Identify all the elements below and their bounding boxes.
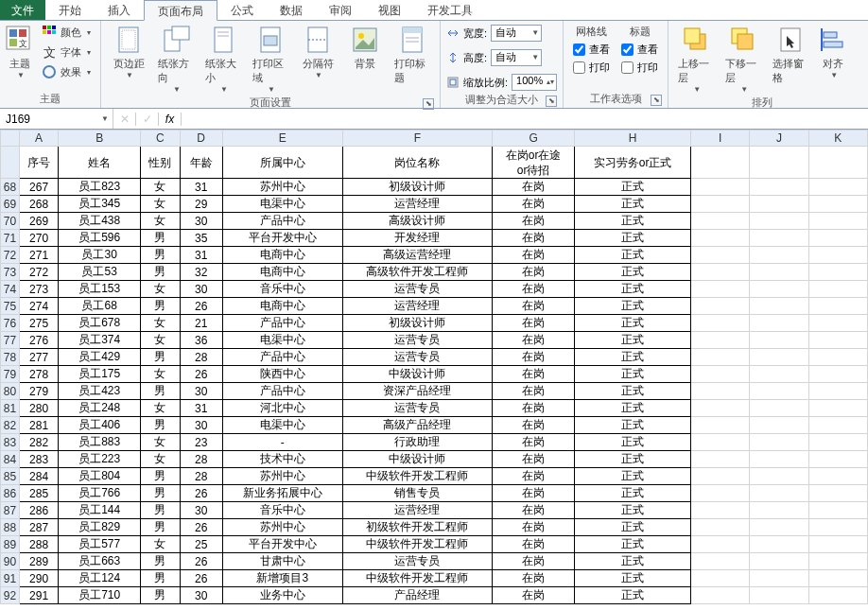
cell[interactable] [808, 434, 867, 451]
cell[interactable]: 电商中心 [222, 298, 342, 315]
row-head[interactable]: 91 [1, 570, 20, 587]
cell[interactable]: 中级软件开发工程师 [342, 536, 492, 553]
col-head-F[interactable]: F [342, 131, 492, 147]
cell[interactable] [750, 281, 808, 298]
cell[interactable]: 运营经理 [342, 196, 492, 213]
cell[interactable]: 正式 [575, 179, 691, 196]
row-head[interactable]: 87 [1, 502, 20, 519]
cell[interactable] [808, 179, 867, 196]
col-head-A[interactable]: A [19, 131, 58, 147]
row-head[interactable]: 86 [1, 485, 20, 502]
row-head[interactable]: 84 [1, 451, 20, 468]
cell[interactable] [808, 536, 867, 553]
cell[interactable] [691, 179, 750, 196]
cell[interactable]: 正式 [575, 519, 691, 536]
cell[interactable] [808, 570, 867, 587]
cell[interactable]: 26 [180, 366, 222, 383]
cell[interactable]: 男 [141, 468, 180, 485]
row-head[interactable]: 88 [1, 519, 20, 536]
cell[interactable] [691, 536, 750, 553]
cell[interactable]: 员工766 [59, 485, 141, 502]
cell[interactable]: 289 [19, 553, 58, 570]
cell[interactable]: 员工438 [59, 213, 141, 230]
cell[interactable] [808, 264, 867, 281]
cell[interactable]: 员工429 [59, 349, 141, 366]
cell[interactable] [808, 332, 867, 349]
breaks-button[interactable]: 分隔符▼ [296, 23, 339, 81]
row-head[interactable]: 71 [1, 230, 20, 247]
cell[interactable]: 28 [180, 349, 222, 366]
cell[interactable] [808, 366, 867, 383]
cell[interactable]: 员工596 [59, 230, 141, 247]
cell[interactable]: 男 [141, 298, 180, 315]
cell[interactable]: 电商中心 [222, 264, 342, 281]
cell[interactable] [750, 536, 808, 553]
cell[interactable] [750, 264, 808, 281]
cell[interactable]: 运营专员 [342, 553, 492, 570]
cell[interactable] [691, 147, 750, 179]
cell[interactable]: 女 [141, 400, 180, 417]
cell[interactable]: 音乐中心 [222, 281, 342, 298]
cell[interactable]: 员工223 [59, 451, 141, 468]
gridlines-print-checkbox[interactable]: 打印 [573, 61, 610, 75]
scale-launcher[interactable]: ⬊ [546, 96, 557, 107]
page-setup-launcher[interactable]: ⬊ [423, 98, 434, 110]
cell[interactable]: 正式 [575, 247, 691, 264]
cell[interactable]: 女 [141, 213, 180, 230]
cell[interactable]: 正式 [575, 536, 691, 553]
col-head-E[interactable]: E [222, 131, 342, 147]
cell[interactable]: 30 [180, 587, 222, 604]
cell[interactable]: 271 [19, 247, 58, 264]
cell[interactable] [750, 147, 808, 179]
cell[interactable]: 26 [180, 485, 222, 502]
cell[interactable]: 女 [141, 434, 180, 451]
table-header-cell[interactable]: 姓名 [59, 147, 141, 179]
themes-button[interactable]: 文 主题 ▼ [6, 23, 34, 81]
cell[interactable]: 员工144 [59, 502, 141, 519]
cell[interactable] [808, 553, 867, 570]
size-button[interactable]: 纸张大小▼ [201, 23, 245, 96]
cell[interactable]: - [222, 434, 342, 451]
cell[interactable]: 业务中心 [222, 587, 342, 604]
cell[interactable]: 正式 [575, 587, 691, 604]
cell[interactable]: 男 [141, 553, 180, 570]
cell[interactable] [691, 587, 750, 604]
cell[interactable]: 276 [19, 332, 58, 349]
cell[interactable]: 员工374 [59, 332, 141, 349]
cell[interactable] [691, 570, 750, 587]
cell[interactable] [808, 247, 867, 264]
cell[interactable]: 产品经理 [342, 587, 492, 604]
width-select[interactable]: 自动▼ [491, 25, 542, 42]
cell[interactable]: 在岗 [493, 451, 575, 468]
cell[interactable]: 苏州中心 [222, 179, 342, 196]
height-select[interactable]: 自动▼ [491, 49, 542, 66]
cell[interactable]: 员工406 [59, 417, 141, 434]
cell[interactable]: 员工577 [59, 536, 141, 553]
cell[interactable]: 在岗 [493, 315, 575, 332]
cell[interactable]: 运营专员 [342, 400, 492, 417]
theme-colors-button[interactable]: 颜色▾ [38, 23, 95, 42]
cell[interactable]: 275 [19, 315, 58, 332]
cell[interactable] [808, 587, 867, 604]
cell[interactable]: 初级设计师 [342, 179, 492, 196]
sheet-options-launcher[interactable]: ⬊ [651, 95, 662, 106]
cell[interactable] [691, 468, 750, 485]
cell[interactable]: 30 [180, 417, 222, 434]
cell[interactable]: 26 [180, 570, 222, 587]
cell[interactable]: 女 [141, 332, 180, 349]
fx-icon[interactable]: fx [159, 113, 182, 126]
cell[interactable]: 290 [19, 570, 58, 587]
cell[interactable] [691, 366, 750, 383]
cell[interactable] [750, 179, 808, 196]
cell[interactable]: 开发经理 [342, 230, 492, 247]
cell[interactable] [750, 553, 808, 570]
row-head[interactable]: 78 [1, 349, 20, 366]
print-titles-button[interactable]: 打印标题 [391, 23, 434, 87]
align-button[interactable]: 对齐▼ [816, 23, 850, 81]
cell[interactable]: 29 [180, 196, 222, 213]
table-header-cell[interactable]: 性别 [141, 147, 180, 179]
cell[interactable] [808, 281, 867, 298]
cell[interactable]: 资深产品经理 [342, 383, 492, 400]
cell[interactable]: 正式 [575, 349, 691, 366]
cell[interactable]: 河北中心 [222, 400, 342, 417]
